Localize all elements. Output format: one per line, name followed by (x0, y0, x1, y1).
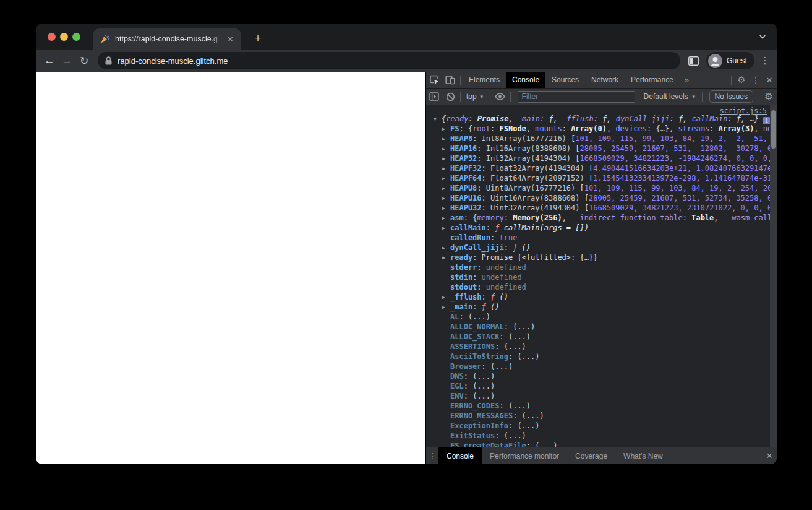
console-row[interactable]: FS_createDataFile: (...) (426, 441, 777, 447)
console-sidebar-icon[interactable] (426, 89, 442, 105)
devtools-close-icon[interactable]: ✕ (762, 76, 777, 85)
drawer-tab-performance-monitor[interactable]: Performance monitor (482, 447, 567, 464)
console-row[interactable]: ▶HEAPF32: Float32Array(4194304) [4.49044… (426, 163, 777, 173)
drawer-tab-console[interactable]: Console (438, 447, 482, 464)
console-row[interactable]: Browser: (...) (426, 361, 777, 371)
console-row[interactable]: ERRNO_MESSAGES: (...) (426, 411, 777, 421)
console-row[interactable]: stdin: undefined (426, 272, 777, 282)
console-row[interactable]: ▶HEAPU8: Uint8Array(16777216) [101, 109,… (426, 183, 777, 193)
disclosure-triangle-icon[interactable]: ▶ (442, 164, 450, 173)
tab-network[interactable]: Network (585, 72, 625, 88)
close-window-button[interactable] (48, 33, 56, 41)
more-tabs-icon[interactable]: » (680, 76, 694, 85)
drawer-menu-icon[interactable]: ⋮ (426, 451, 438, 460)
console-row[interactable]: ▶HEAP32: Int32Array(4194304) [1668509029… (426, 153, 777, 163)
console-row[interactable]: AL: (...) (426, 312, 777, 322)
fullscreen-window-button[interactable] (72, 33, 80, 41)
console-settings-icon[interactable]: ⚙ (761, 89, 777, 105)
console-text-segment: : (472, 134, 481, 143)
drawer-tab-coverage[interactable]: Coverage (567, 447, 615, 464)
disclosure-triangle-icon[interactable]: ▼ (434, 115, 442, 124)
disclosure-triangle-icon[interactable]: ▶ (442, 184, 450, 193)
console-row[interactable]: ▶ready: Promise {<fulfilled>: {…}} (426, 253, 777, 262)
disclosure-triangle-icon[interactable]: ▶ (442, 214, 450, 223)
console-row[interactable]: ExitStatus: (...) (426, 431, 777, 441)
tab-console[interactable]: Console (506, 72, 545, 88)
disclosure-triangle-icon[interactable]: ▶ (442, 223, 450, 233)
console-text-segment: : (464, 382, 472, 391)
console-row[interactable]: ENV: (...) (426, 391, 777, 401)
chevron-down-icon[interactable] (758, 32, 767, 41)
console-text-segment: , (508, 115, 517, 123)
console-row[interactable]: stderr: undefined (426, 262, 777, 272)
console-row[interactable]: ▶callMain: ƒ callMain(args = []) (426, 223, 777, 233)
filter-input[interactable] (518, 91, 635, 103)
new-tab-button[interactable]: + (250, 30, 266, 46)
tab-elements[interactable]: Elements (463, 72, 506, 88)
disclosure-triangle-icon[interactable]: ▶ (442, 124, 450, 134)
js-context-selector[interactable]: top▼ (463, 92, 488, 101)
browser-menu-icon[interactable]: ⋮ (758, 55, 772, 66)
disclosure-triangle-icon[interactable]: ▶ (442, 293, 450, 302)
tab-close-icon[interactable]: ✕ (224, 35, 236, 44)
console-row[interactable]: ▶HEAPU32: Uint32Array(4194304) [16685090… (426, 203, 777, 213)
device-toolbar-icon[interactable] (442, 72, 458, 88)
disclosure-triangle-icon[interactable]: ▶ (442, 204, 450, 213)
forward-button[interactable]: → (58, 52, 75, 69)
console-row[interactable]: ▶HEAP8: Int8Array(16777216) [101, 109, 1… (426, 134, 777, 144)
console-row[interactable]: AsciiToString: (...) (426, 352, 777, 361)
tab-sources[interactable]: Sources (545, 72, 585, 88)
console-row[interactable]: EGL: (...) (426, 381, 777, 391)
console-text-segment: : (683, 214, 691, 222)
live-expression-icon[interactable] (492, 89, 508, 105)
console-text-segment: ALLOC_NORMAL (450, 322, 504, 331)
console-row[interactable]: ▶asm: {memory: Memory(256), __indirect_f… (426, 213, 777, 223)
log-levels-dropdown[interactable]: Default levels▼ (640, 92, 700, 101)
disclosure-triangle-icon[interactable]: ▶ (442, 174, 450, 183)
inspect-element-icon[interactable] (426, 72, 442, 88)
disclosure-triangle-icon[interactable]: ▶ (442, 154, 450, 163)
console-text-segment: (...) (472, 392, 495, 400)
drawer-close-icon[interactable]: ✕ (762, 451, 777, 460)
disclosure-triangle-icon[interactable]: ▶ (442, 194, 450, 203)
issues-button[interactable]: No Issues (709, 90, 753, 103)
back-button[interactable]: ← (41, 52, 58, 69)
disclosure-triangle-icon[interactable]: ▶ (442, 144, 450, 153)
console-row[interactable]: ▶_main: ƒ () (426, 302, 777, 312)
console-row[interactable]: ▶HEAP16: Int16Array(8388608) [28005, 254… (426, 144, 777, 153)
tab-performance[interactable]: Performance (625, 72, 680, 88)
console-row[interactable]: ERRNO_CODES: (...) (426, 401, 777, 411)
profile-chip[interactable]: Guest (706, 52, 754, 69)
console-scrollbar[interactable] (770, 105, 777, 447)
devtools-menu-icon[interactable]: ⋮ (750, 76, 762, 85)
console-row[interactable]: ▶HEAPU16: Uint16Array(8388608) [28005, 2… (426, 193, 777, 203)
console-row[interactable]: ExceptionInfo: (...) (426, 421, 777, 431)
console-text-segment: ENV (450, 392, 464, 400)
disclosure-triangle-icon[interactable]: ▶ (442, 134, 450, 144)
console-text-segment: undefined (482, 273, 522, 282)
disclosure-triangle-icon[interactable]: ▶ (442, 243, 450, 253)
console-row[interactable]: ALLOC_NORMAL: (...) (426, 322, 777, 332)
drawer-tab-whats-new[interactable]: What's New (615, 447, 671, 464)
reload-button[interactable]: ↻ (75, 52, 93, 69)
side-panel-icon[interactable] (685, 52, 703, 69)
console-row[interactable]: DNS: (...) (426, 371, 777, 381)
console-row[interactable]: ASSERTIONS: (...) (426, 342, 777, 352)
console-row[interactable]: ▶HEAPF64: Float64Array(2097152) [1.15454… (426, 173, 777, 183)
scrollbar-thumb[interactable] (771, 110, 776, 149)
console-row[interactable]: ALLOC_STACK: (...) (426, 332, 777, 342)
console-row[interactable]: ▶FS: {root: FSNode, mounts: Array(0), de… (426, 124, 777, 134)
address-bar[interactable]: rapid-concise-muscle.glitch.me (98, 52, 680, 69)
console-row[interactable]: stdout: undefined (426, 282, 777, 292)
console-row[interactable]: calledRun: true (426, 233, 777, 243)
disclosure-triangle-icon[interactable]: ▶ (442, 303, 450, 312)
console-row[interactable]: ▼{ready: Promise, _main: ƒ, _fflush: ƒ, … (426, 114, 777, 124)
browser-tab[interactable]: https://rapid-concise-muscle.g ✕ (93, 28, 241, 50)
disclosure-triangle-icon[interactable]: ▶ (442, 253, 450, 262)
console-row[interactable]: ▶_fflush: ƒ () (426, 292, 777, 302)
devtools-settings-icon[interactable]: ⚙ (733, 72, 750, 88)
clear-console-icon[interactable] (442, 89, 458, 105)
console-row[interactable]: ▶dynCall_jiji: ƒ () (426, 243, 777, 253)
console-text-segment: , (754, 124, 763, 133)
minimize-window-button[interactable] (60, 33, 68, 41)
